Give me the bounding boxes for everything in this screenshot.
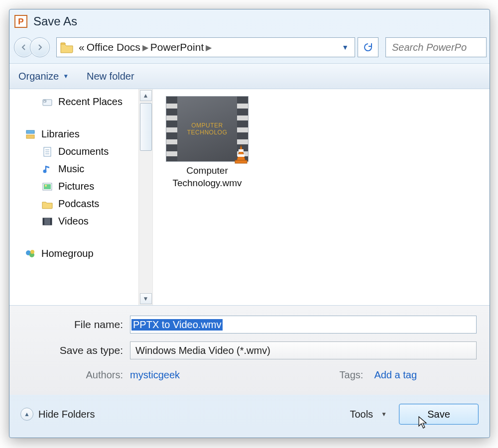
breadcrumb-bar[interactable]: « Office Docs ▶ PowerPoint ▶ ▼ — [56, 37, 355, 57]
footer: ▲ Hide Folders Tools ▼ Save — [9, 395, 490, 438]
sidebar-label: Pictures — [58, 181, 94, 192]
filename-input[interactable]: PPTX to Video.wmv — [130, 316, 477, 334]
music-icon — [41, 164, 53, 175]
file-thumbnail: OMPUTER TECHNOLOG — [166, 96, 249, 162]
sidebar-label: Recent Places — [58, 96, 123, 108]
thumbnail-text: OMPUTER TECHNOLOG — [177, 97, 237, 161]
search-box[interactable] — [385, 37, 487, 57]
organize-button[interactable]: Organize ▼ — [18, 71, 69, 82]
bottom-panel: File name: PPTX to Video.wmv Save as typ… — [9, 306, 490, 395]
refresh-icon — [363, 42, 374, 53]
scroll-down-button[interactable]: ▼ — [140, 293, 152, 304]
dropdown-icon: ▼ — [381, 411, 387, 418]
svg-marker-20 — [237, 145, 246, 161]
sidebar-item-pictures[interactable]: Pictures — [14, 178, 152, 195]
sidebar-label: Documents — [58, 146, 109, 157]
tools-label: Tools — [350, 409, 373, 420]
tags-value[interactable]: Add a tag — [374, 369, 417, 381]
path-dropdown-icon[interactable]: ▼ — [339, 43, 352, 51]
vlc-icon — [232, 144, 250, 164]
svg-text:P: P — [18, 17, 23, 26]
tags-label: Tags: — [340, 369, 371, 381]
sidebar-label: Podcasts — [58, 198, 99, 210]
authors-label: Authors: — [22, 369, 130, 381]
save-label: Save — [427, 409, 450, 420]
pictures-icon — [41, 181, 53, 192]
folder-icon — [41, 199, 53, 210]
svg-rect-16 — [50, 218, 52, 225]
authors-value[interactable]: mysticgeek — [130, 369, 180, 381]
forward-button[interactable] — [30, 37, 50, 57]
sidebar-item-recent[interactable]: Recent Places — [14, 93, 152, 111]
dialog-title: Save As — [33, 14, 77, 28]
command-bar: Organize ▼ New folder — [9, 63, 490, 89]
new-folder-label: New folder — [87, 71, 134, 82]
hide-folders-label: Hide Folders — [38, 409, 95, 420]
collapse-icon: ▲ — [20, 408, 33, 421]
save-button[interactable]: Save — [399, 404, 479, 425]
breadcrumb-seg2[interactable]: PowerPoint — [150, 41, 204, 53]
sidebar-item-libraries[interactable]: Libraries — [14, 125, 152, 143]
breadcrumb-sep-icon: ▶ — [206, 43, 212, 52]
homegroup-icon — [24, 248, 36, 259]
svg-rect-23 — [235, 160, 247, 163]
type-value: Windows Media Video (*.wmv) — [135, 345, 270, 356]
hide-folders-button[interactable]: ▲ Hide Folders — [20, 408, 95, 421]
svg-point-13 — [45, 185, 47, 187]
folder-icon — [60, 41, 74, 53]
type-label: Save as type: — [22, 344, 130, 356]
breadcrumb-path: « Office Docs ▶ PowerPoint ▶ — [79, 41, 337, 53]
nav-tree: Recent Places Libraries Documents Musi — [9, 89, 153, 305]
documents-icon — [41, 146, 53, 157]
filename-value: PPTX to Video.wmv — [131, 319, 223, 331]
breadcrumb-sep-icon: ▶ — [142, 43, 148, 52]
file-item[interactable]: OMPUTER TECHNOLOG ComputerTechnology.wmv — [160, 96, 254, 189]
sidebar-item-videos[interactable]: Videos — [14, 213, 152, 230]
svg-rect-12 — [44, 184, 51, 189]
tools-button[interactable]: Tools ▼ — [350, 409, 387, 420]
refresh-button[interactable] — [358, 37, 378, 57]
nav-row: « Office Docs ▶ PowerPoint ▶ ▼ — [9, 33, 490, 63]
file-list[interactable]: OMPUTER TECHNOLOG ComputerTechnology.wmv — [153, 89, 490, 305]
breadcrumb-seg1[interactable]: Office Docs — [87, 41, 140, 53]
svg-rect-4 — [26, 130, 34, 133]
svg-rect-15 — [43, 218, 44, 225]
new-folder-button[interactable]: New folder — [87, 71, 134, 82]
file-label: ComputerTechnology.wmv — [160, 165, 254, 189]
organize-label: Organize — [18, 71, 59, 82]
search-input[interactable] — [391, 41, 481, 54]
save-as-type-dropdown[interactable]: Windows Media Video (*.wmv) — [130, 341, 477, 359]
save-as-dialog: P Save As « Office Docs ▶ PowerPoint ▶ — [9, 9, 490, 438]
sidebar-scrollbar[interactable]: ▲ ▼ — [138, 89, 152, 305]
breadcrumb-prefix: « — [79, 41, 85, 53]
svg-rect-5 — [26, 135, 34, 138]
sidebar-item-documents[interactable]: Documents — [14, 143, 152, 160]
libraries-icon — [24, 129, 36, 140]
dropdown-icon: ▼ — [63, 73, 69, 80]
scroll-thumb[interactable] — [140, 103, 152, 151]
titlebar: P Save As — [9, 9, 490, 33]
sidebar-item-podcasts[interactable]: Podcasts — [14, 195, 152, 213]
svg-point-19 — [30, 250, 34, 254]
sidebar-label: Videos — [58, 216, 89, 227]
sidebar-item-music[interactable]: Music — [14, 160, 152, 178]
sidebar-label: Music — [58, 163, 84, 175]
sidebar-label: Libraries — [41, 128, 80, 140]
scroll-up-button[interactable]: ▲ — [140, 90, 152, 101]
svg-rect-22 — [238, 154, 245, 157]
recent-places-icon — [41, 97, 53, 108]
nav-arrow-group — [10, 36, 53, 58]
svg-point-10 — [43, 169, 47, 173]
powerpoint-icon: P — [14, 15, 27, 28]
videos-icon — [41, 216, 53, 227]
sidebar-item-homegroup[interactable]: Homegroup — [14, 245, 152, 262]
filename-label: File name: — [22, 319, 130, 331]
sidebar-label: Homegroup — [41, 248, 94, 259]
cursor-icon — [418, 416, 428, 430]
svg-rect-21 — [239, 149, 244, 152]
